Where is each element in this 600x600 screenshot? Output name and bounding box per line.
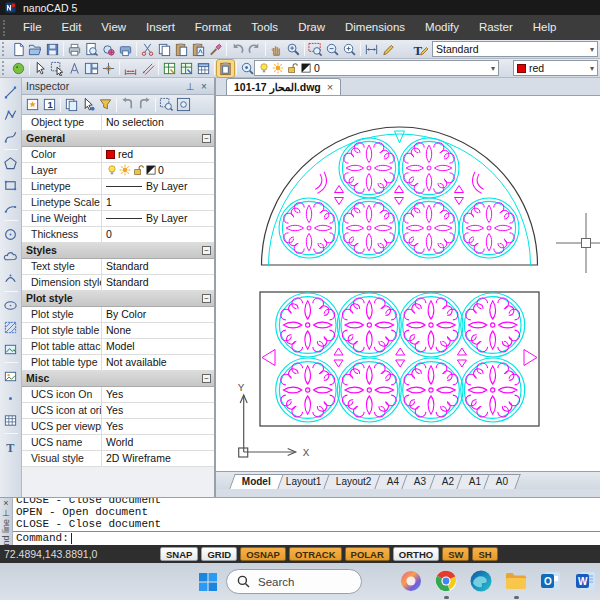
new-icon[interactable] bbox=[10, 41, 27, 58]
print-icon[interactable] bbox=[66, 41, 83, 58]
text-style-combo[interactable]: Standard ▾ bbox=[432, 41, 598, 57]
copy-icon[interactable] bbox=[156, 41, 173, 58]
select-icon[interactable] bbox=[32, 60, 49, 77]
draw-ellipse-icon[interactable] bbox=[2, 296, 20, 314]
collapse-icon[interactable]: − bbox=[202, 294, 211, 303]
chevron-down-icon[interactable]: ▾ bbox=[590, 64, 594, 73]
zoom-out-icon[interactable] bbox=[341, 41, 358, 58]
layout-tab-model[interactable]: Model bbox=[229, 474, 283, 489]
plot-settings-icon[interactable] bbox=[100, 41, 117, 58]
zoom-selected-icon[interactable] bbox=[158, 96, 175, 113]
draw-hatch-icon[interactable] bbox=[2, 318, 20, 336]
menu-format[interactable]: Format bbox=[185, 15, 241, 40]
menubar-grip[interactable] bbox=[3, 20, 10, 36]
taskbar-app-outlook[interactable]: O bbox=[538, 568, 564, 594]
close-icon[interactable]: × bbox=[198, 81, 210, 92]
preview-icon[interactable] bbox=[83, 41, 100, 58]
property-value[interactable]: None bbox=[102, 323, 214, 338]
sheet-manager-icon[interactable] bbox=[195, 60, 212, 77]
chevron-down-icon[interactable]: ▾ bbox=[590, 45, 594, 54]
collapse-icon[interactable]: − bbox=[202, 374, 211, 383]
menu-file[interactable]: File bbox=[13, 15, 52, 40]
menu-help[interactable]: Help bbox=[523, 15, 567, 40]
toggle-snap[interactable]: SNAP bbox=[160, 547, 198, 561]
close-icon[interactable]: × bbox=[3, 498, 8, 508]
taskbar-app-explorer[interactable] bbox=[503, 568, 529, 594]
filter-icon[interactable] bbox=[97, 96, 114, 113]
select-mode-icon[interactable] bbox=[24, 96, 41, 113]
property-value[interactable]: Yes bbox=[102, 419, 214, 434]
table-export-icon[interactable] bbox=[161, 60, 178, 77]
menu-view[interactable]: View bbox=[91, 15, 136, 40]
property-value[interactable]: World bbox=[102, 435, 214, 450]
taskbar-app-edge[interactable] bbox=[468, 568, 494, 594]
measure-icon[interactable] bbox=[66, 60, 83, 77]
redo-icon[interactable] bbox=[246, 41, 263, 58]
zoom-window-icon[interactable] bbox=[307, 41, 324, 58]
property-value[interactable]: Standard bbox=[102, 275, 214, 290]
menu-insert[interactable]: Insert bbox=[136, 15, 185, 40]
property-value[interactable]: Model bbox=[102, 339, 214, 354]
open-icon[interactable] bbox=[27, 41, 44, 58]
property-value[interactable]: 0 bbox=[102, 227, 214, 242]
menu-dimensions[interactable]: Dimensions bbox=[335, 15, 415, 40]
taskbar-app-word[interactable]: W bbox=[573, 568, 599, 594]
measure-distance-icon[interactable] bbox=[363, 41, 380, 58]
draw-cloud-icon[interactable] bbox=[2, 247, 20, 265]
menu-raster[interactable]: Raster bbox=[469, 15, 523, 40]
chevron-down-icon[interactable]: ▾ bbox=[491, 64, 495, 73]
draw-image-icon[interactable] bbox=[2, 340, 20, 358]
layer-combo[interactable]: 0 ▾ bbox=[254, 60, 499, 76]
apply-right-icon[interactable] bbox=[136, 96, 153, 113]
property-value[interactable]: 1 bbox=[102, 195, 214, 210]
zoom-dynamic-icon[interactable] bbox=[324, 41, 341, 58]
quick-edit-icon[interactable] bbox=[380, 41, 397, 58]
menu-draw[interactable]: Draw bbox=[288, 15, 335, 40]
pick-object-icon[interactable] bbox=[80, 96, 97, 113]
toggle-sh[interactable]: SH bbox=[472, 547, 497, 561]
draw-text-icon[interactable]: T bbox=[2, 438, 20, 456]
start-button[interactable] bbox=[196, 570, 219, 593]
toggle-ortho[interactable]: ORTHO bbox=[393, 547, 439, 561]
pin-icon[interactable]: ⊥ bbox=[2, 508, 10, 518]
draw-table-icon[interactable] bbox=[2, 411, 20, 429]
model-canvas[interactable]: YX bbox=[216, 96, 600, 471]
property-value[interactable]: red bbox=[102, 147, 214, 162]
toggle-grid[interactable]: GRID bbox=[201, 547, 237, 561]
draw-raster-icon[interactable] bbox=[2, 367, 20, 385]
text-style-icon[interactable]: T bbox=[411, 41, 428, 58]
property-value[interactable]: Standard bbox=[102, 259, 214, 274]
taskbar-app-copilot[interactable] bbox=[398, 568, 424, 594]
inspector-section-styles[interactable]: Styles− bbox=[22, 243, 214, 259]
format-painter-icon[interactable] bbox=[207, 41, 224, 58]
draw-line-icon[interactable] bbox=[2, 83, 20, 101]
color-combo[interactable]: red ▾ bbox=[513, 60, 598, 76]
close-document-icon[interactable]: × bbox=[327, 81, 333, 93]
property-value[interactable]: 2D Wireframe bbox=[102, 451, 214, 466]
toolbar-grip[interactable] bbox=[2, 42, 8, 56]
document-tab[interactable]: 101-17 المحار.dwg × bbox=[226, 78, 341, 95]
property-value[interactable]: Yes bbox=[102, 387, 214, 402]
draw-arc-icon[interactable] bbox=[2, 198, 20, 216]
draw-point-icon[interactable] bbox=[2, 389, 20, 407]
draw-polygon-icon[interactable] bbox=[2, 154, 20, 172]
dim-linear-icon[interactable] bbox=[122, 60, 139, 77]
copy-props-icon[interactable] bbox=[63, 96, 80, 113]
menu-modify[interactable]: Modify bbox=[415, 15, 469, 40]
draw-circle-icon[interactable] bbox=[2, 225, 20, 243]
snap-tracking-icon[interactable] bbox=[100, 60, 117, 77]
paste-special-icon[interactable] bbox=[190, 41, 207, 58]
undo-icon[interactable] bbox=[229, 41, 246, 58]
taskbar-app-chrome[interactable] bbox=[433, 568, 459, 594]
clipboard-active-icon[interactable] bbox=[217, 60, 234, 77]
property-value[interactable]: By Color bbox=[102, 307, 214, 322]
inspector-section-plot-style[interactable]: Plot style− bbox=[22, 291, 214, 307]
draw-rectangle-icon[interactable] bbox=[2, 176, 20, 194]
quick-select-icon[interactable] bbox=[49, 60, 66, 77]
pin-icon[interactable]: ⊥ bbox=[184, 81, 196, 92]
collapse-icon[interactable]: − bbox=[202, 134, 211, 143]
layout-tab-a0[interactable]: A0 bbox=[483, 474, 521, 489]
draw-arc-3pt-icon[interactable] bbox=[2, 269, 20, 287]
dim-aligned-icon[interactable] bbox=[139, 60, 156, 77]
zoom-realtime-icon[interactable] bbox=[285, 41, 302, 58]
